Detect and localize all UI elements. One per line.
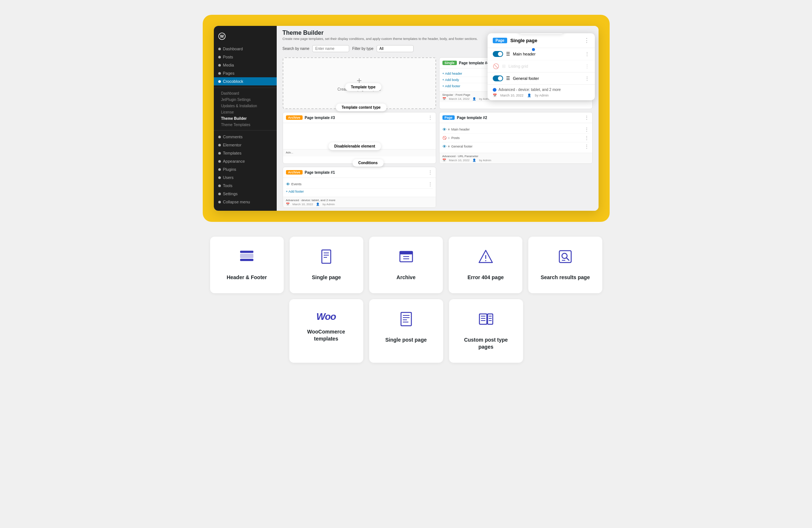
- panel-row-dots[interactable]: ⋮: [584, 51, 590, 57]
- calendar-icon: 📅: [442, 159, 446, 162]
- svg-rect-5: [322, 250, 331, 263]
- sidebar-item-templates[interactable]: Templates: [214, 149, 277, 157]
- row-dots[interactable]: ⋮: [584, 135, 589, 141]
- template-badge-archive: Archive: [286, 115, 303, 120]
- sidebar-sub-theme-templates[interactable]: Theme Templates: [214, 122, 277, 128]
- sidebar-item-collapse[interactable]: Collapse menu: [214, 198, 277, 206]
- template-badge-single: Single: [442, 61, 457, 65]
- visibility-icon: 👁: [442, 127, 447, 132]
- template-row: 👁 ≡ Main header ⋮: [442, 125, 589, 134]
- listing-grid-label: Listing grid: [509, 64, 528, 68]
- row-dots[interactable]: ⋮: [584, 143, 589, 149]
- panel-author: by Admin: [535, 94, 549, 97]
- custom-post-icon: [456, 311, 516, 331]
- svg-rect-3: [240, 254, 253, 258]
- sidebar-item-pages[interactable]: Pages: [214, 69, 277, 77]
- svg-point-15: [485, 260, 486, 261]
- sidebar-item-posts[interactable]: Posts: [214, 53, 277, 61]
- sidebar-item-appearance[interactable]: Appearance: [214, 157, 277, 165]
- panel-dots[interactable]: ⋮: [584, 37, 590, 44]
- filter-type-input[interactable]: [377, 45, 414, 52]
- search-input[interactable]: [312, 45, 349, 52]
- sidebar-sub-jetplugin[interactable]: JetPlugin Settings: [214, 97, 277, 103]
- template-name: Page template #2: [457, 116, 487, 120]
- feature-card-search-results[interactable]: Search results page: [528, 237, 602, 293]
- panel-row-listing-grid: 🚫 ⊞ Listing grid ⋮: [488, 60, 595, 72]
- sidebar-sub-license[interactable]: License: [214, 109, 277, 115]
- template-type-tooltip: Template type: [345, 83, 382, 91]
- grid-icon: ⊞: [502, 64, 506, 69]
- svg-rect-16: [559, 251, 571, 263]
- menu-dot: [218, 160, 221, 163]
- row-dots[interactable]: ⋮: [584, 126, 589, 132]
- feature-card-error-404[interactable]: Error 404 page: [449, 237, 522, 293]
- panel-footer-meta: 📅 March 10, 2022 👤 by Admin: [493, 94, 590, 97]
- sidebar-item-crocoblock[interactable]: Crocoblock: [214, 77, 277, 85]
- sidebar-item-elementor[interactable]: Elementor: [214, 141, 277, 149]
- feature-label: Error 404 page: [456, 274, 515, 281]
- panel-row-dots[interactable]: ⋮: [584, 75, 590, 81]
- add-header-link[interactable]: + Add header: [442, 72, 462, 75]
- template-badge-archive: Archive: [286, 170, 303, 175]
- template-header: Page Page template #2 ⋮: [439, 112, 592, 123]
- template-name: Page template #1: [305, 170, 335, 175]
- footer-icon: ☰: [506, 76, 510, 81]
- feature-label: Single post page: [377, 336, 436, 344]
- template-row: + Add footer: [286, 189, 433, 194]
- sidebar-item-comments[interactable]: Comments: [214, 133, 277, 141]
- svg-text:W: W: [220, 34, 224, 38]
- panel-row-dots[interactable]: ⋮: [584, 63, 590, 69]
- feature-card-header-footer[interactable]: Header & Footer: [210, 237, 284, 293]
- template-row: 🚫 ○ Posts ⋮: [442, 134, 589, 142]
- add-body-link[interactable]: + Add body: [442, 78, 459, 82]
- main-header-label: Main header: [513, 52, 536, 56]
- feature-label: Single page: [297, 274, 356, 281]
- template-menu-dots[interactable]: ⋮: [584, 115, 589, 121]
- feature-card-archive[interactable]: Archive: [369, 237, 443, 293]
- sidebar-item-users[interactable]: Users: [214, 173, 277, 182]
- feature-card-single-page[interactable]: Single page: [290, 237, 363, 293]
- panel-header: Page Single page ⋮: [488, 33, 595, 48]
- template-content-type-tooltip: Template content type: [336, 104, 387, 111]
- feature-card-custom-post[interactable]: Custom post type pages: [449, 299, 523, 363]
- sidebar-item-tools[interactable]: Tools: [214, 182, 277, 190]
- sidebar-sub-dashboard[interactable]: Dashboard: [214, 90, 277, 97]
- single-post-icon: [377, 311, 436, 331]
- row-dots[interactable]: ⋮: [428, 181, 433, 187]
- svg-rect-4: [240, 259, 253, 261]
- template-meta: 📅 March 10, 2022 👤 by Admin: [442, 159, 589, 162]
- template-conditions: Advanced · device: tablet, and 2 more: [286, 199, 433, 202]
- panel-row-main-header: ☰ Main header ⋮: [488, 48, 595, 60]
- svg-rect-2: [240, 251, 253, 253]
- svg-line-18: [566, 258, 569, 260]
- toggle-on[interactable]: [493, 51, 503, 57]
- menu-dot: [218, 185, 221, 187]
- feature-card-woocommerce[interactable]: Woo WooCommerce templates: [289, 299, 363, 363]
- sidebar-item-plugins[interactable]: Plugins: [214, 165, 277, 173]
- calendar-icon: 📅: [286, 203, 290, 206]
- feature-label: WooCommerce templates: [297, 328, 356, 343]
- author-icon: 👤: [472, 97, 476, 101]
- template-structure-tooltip: Template structure: [518, 33, 564, 34]
- sidebar-sub-theme-builder[interactable]: Theme Builder: [214, 115, 277, 122]
- calendar-icon: 📅: [442, 97, 446, 101]
- sidebar-item-settings[interactable]: Settings: [214, 190, 277, 198]
- add-footer-link[interactable]: + Add footer: [442, 84, 461, 88]
- conditions-tooltip: Conditions: [353, 159, 384, 167]
- toggle-on-footer[interactable]: [493, 75, 503, 81]
- row-icon-content: ○: [448, 136, 450, 140]
- header-footer-icon: [218, 248, 276, 268]
- template-card-1: Archive Page template #1 ⋮ 👁 Events: [283, 167, 436, 208]
- template-footer: Adv...: [283, 149, 436, 156]
- feature-card-single-post[interactable]: Single post page: [369, 299, 443, 363]
- template-menu-dots[interactable]: ⋮: [428, 115, 433, 121]
- template-name: Page template #3: [305, 116, 335, 120]
- template-menu-dots[interactable]: ⋮: [428, 169, 433, 175]
- template-conditions: Adv...: [286, 151, 433, 154]
- sidebar-sub-updates[interactable]: Updates & Installation: [214, 103, 277, 109]
- eye-slash-icon: 🚫: [493, 63, 499, 69]
- menu-dot: [218, 64, 221, 67]
- sidebar-item-dashboard[interactable]: Dashboard: [214, 45, 277, 53]
- add-footer-link[interactable]: + Add footer: [286, 190, 304, 193]
- sidebar-item-media[interactable]: Media: [214, 61, 277, 69]
